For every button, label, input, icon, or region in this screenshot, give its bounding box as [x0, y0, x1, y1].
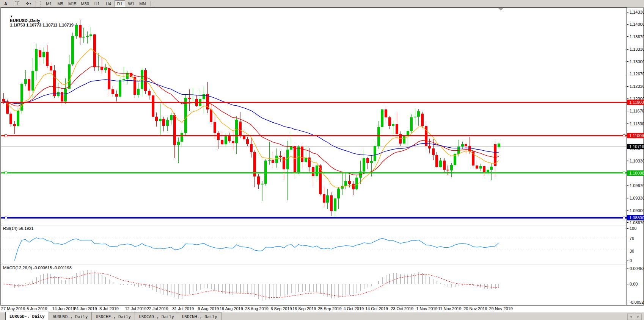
chart-menu-icon[interactable]: ▼ — [10, 15, 13, 18]
timeframe-button-w1[interactable]: W1 — [126, 0, 137, 7]
timeframe-button-m30[interactable]: M30 — [79, 0, 91, 7]
symbol-tab-usdcnh[interactable]: USDCNH-, Daily — [178, 312, 221, 320]
chart-title: ▼ EURUSD-,Daily 1.10753 1.10773 1.10711 … — [3, 9, 74, 32]
tab-scroll-left-icon[interactable]: ◄ — [627, 314, 634, 320]
toolbar-separator — [151, 1, 152, 6]
timeframe-button-m15[interactable]: M15 — [66, 0, 78, 7]
line-anchor — [5, 172, 7, 174]
chevron-down-icon: ▾ — [30, 2, 31, 5]
panel-resize-handle-macd[interactable] — [0, 263, 627, 265]
line-anchor — [623, 217, 625, 219]
line-anchor — [5, 217, 7, 219]
text-tool-icon: T — [15, 1, 20, 6]
cursor-tool-button[interactable]: ✛ ▾ — [23, 0, 34, 7]
rsi-indicator-label: RSI(14) 56.1921 — [3, 226, 34, 231]
symbol-tab-audusd[interactable]: AUDUSD-, Daily — [49, 312, 92, 320]
tab-bar-stub — [0, 313, 6, 320]
text-tool-button[interactable]: T — [12, 0, 22, 7]
tab-scroll-right-icon[interactable]: ► — [635, 314, 642, 320]
chart-symbol-label: EURUSD-,Daily — [10, 18, 40, 23]
line-anchor — [623, 134, 625, 137]
price-axis[interactable] — [627, 8, 644, 305]
symbol-tab-usdchf[interactable]: USDCHF-, Daily — [91, 312, 135, 320]
text-label-tool-button[interactable]: A — [0, 0, 11, 7]
timeframe-button-d1[interactable]: D1 — [115, 0, 125, 7]
toolbar-grip[interactable] — [40, 1, 42, 6]
chart-quote-label: 1.10753 1.10773 1.10711 1.10719 — [10, 23, 74, 27]
timeframe-button-h4[interactable]: H4 — [103, 0, 114, 7]
toolbar-separator — [36, 1, 37, 6]
line-anchor — [623, 172, 625, 174]
timeframe-button-m5[interactable]: M5 — [55, 0, 66, 7]
timeframe-button-mn[interactable]: MN — [137, 0, 148, 7]
chart-canvas[interactable]: 1.143301.140001.136701.133301.130001.126… — [0, 7, 644, 320]
line-anchor — [5, 134, 7, 137]
terminal-window: A T ✛ ▾ M1M5M15M30H1H4D1W1MN 1.143301.14… — [0, 0, 644, 320]
tab-group: EURUSD-, DailyAUDUSD-, DailyUSDCHF-, Dai… — [6, 312, 221, 320]
macd-indicator-label: MACD(12,26,9) -0.000615 -0.001198 — [3, 265, 72, 270]
symbol-tab-eurusd[interactable]: EURUSD-, Daily — [5, 312, 49, 320]
chart-window: 1.143301.140001.136701.133301.130001.126… — [0, 7, 644, 312]
timeframe-button-h1[interactable]: H1 — [92, 0, 102, 7]
timeframe-button-m1[interactable]: M1 — [44, 0, 54, 7]
timeframe-group: M1M5M15M30H1H4D1W1MN — [43, 0, 148, 7]
toolbar: A T ✛ ▾ M1M5M15M30H1H4D1W1MN — [0, 0, 644, 8]
tab-scroll-arrows: ◄ ► — [627, 313, 642, 320]
crosshair-icon: ✛ — [26, 1, 29, 6]
panel-resize-handle-rsi[interactable] — [0, 224, 627, 225]
symbol-tab-usdcad[interactable]: USDCAD-, Daily — [135, 312, 178, 320]
symbol-tab-bar: EURUSD-, DailyAUDUSD-, DailyUSDCHF-, Dai… — [0, 312, 644, 320]
